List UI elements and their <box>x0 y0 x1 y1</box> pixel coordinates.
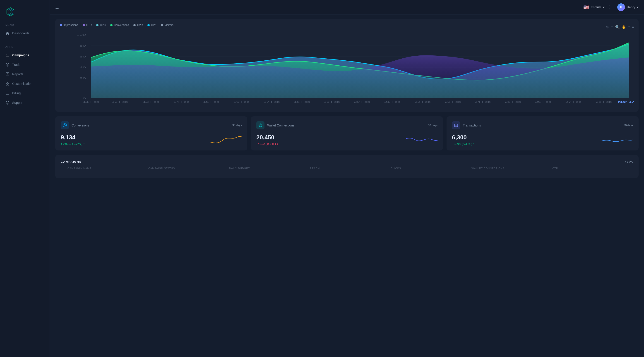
zoom-fit-button[interactable]: 🔍 <box>615 25 620 29</box>
sidebar-item-label: Trade <box>12 63 20 66</box>
menu-button[interactable]: ≡ <box>632 25 634 29</box>
legend-item-visitors[interactable]: Visitors <box>161 23 174 27</box>
stat-value: 9,134 <box>61 134 85 141</box>
th-clicks: Clicks <box>390 167 472 170</box>
svg-text:27 Feb: 27 Feb <box>566 101 582 103</box>
sidebar-item-reports[interactable]: Reports <box>0 69 50 79</box>
legend-dot-conversions <box>110 24 112 26</box>
home-view-button[interactable]: ⌂ <box>628 25 630 29</box>
stat-value-group: 9,134 + 0.0012 ( 0.2 % ) ↑ <box>61 134 85 145</box>
svg-point-13 <box>7 102 8 103</box>
hamburger-button[interactable]: ☰ <box>55 5 59 10</box>
th-ctr: CTR <box>552 167 633 170</box>
sidebar-item-billing[interactable]: Billing <box>0 88 50 98</box>
legend-label: CPA <box>151 23 156 27</box>
zoom-out-button[interactable]: ⊖ <box>610 25 614 29</box>
stat-body: 6,300 + 1.792 ( 0.1 % ) ↑ <box>452 134 633 145</box>
stat-title: Wallet Connections <box>267 123 294 127</box>
stat-value-group: 6,300 + 1.792 ( 0.1 % ) ↑ <box>452 134 474 145</box>
pan-button[interactable]: ✋ <box>622 25 626 29</box>
legend-item-cvr[interactable]: CVR <box>133 23 143 27</box>
legend-label: Impressions <box>64 23 78 27</box>
legend-item-conversions[interactable]: Conversions <box>110 23 129 27</box>
stat-value: 20,450 <box>256 134 278 141</box>
svg-text:22 Feb: 22 Feb <box>414 101 431 103</box>
billing-icon <box>6 91 10 95</box>
sidebar: MENU Dashboards APPS Campaigns ₿ Trade R… <box>0 0 50 357</box>
lang-chevron-icon: ▾ <box>603 5 604 9</box>
main-area: ☰ 🇺🇸 English ▾ ⛶ H Henry ▾ I <box>50 0 644 357</box>
main-content: Impressions CTR CPC Conversions <box>50 14 644 357</box>
legend-item-ctr[interactable]: CTR <box>83 23 92 27</box>
svg-text:21 Feb: 21 Feb <box>384 101 400 103</box>
svg-text:17 Feb: 17 Feb <box>264 101 280 103</box>
grid-icon <box>6 82 10 86</box>
legend-dot-cpa <box>148 24 150 26</box>
svg-text:₿: ₿ <box>6 64 8 66</box>
language-selector[interactable]: 🇺🇸 English ▾ <box>583 4 604 10</box>
chart-panel: Impressions CTR CPC Conversions <box>55 19 638 112</box>
th-campaign-name: Campaign Name <box>68 167 148 170</box>
topbar: ☰ 🇺🇸 English ▾ ⛶ H Henry ▾ <box>50 0 644 14</box>
up-arrow-icon: ↑ <box>473 142 474 145</box>
calendar-icon <box>6 53 10 57</box>
svg-rect-8 <box>8 82 9 83</box>
conversions-icon <box>61 121 69 129</box>
campaigns-header: CAMPAIGNS 7 days <box>61 160 633 163</box>
stat-period: 30 days <box>232 124 242 127</box>
stat-value: 6,300 <box>452 134 474 141</box>
sidebar-item-support[interactable]: Support <box>0 98 50 107</box>
apps-section-label: APPS <box>0 45 50 50</box>
svg-text:80: 80 <box>80 44 86 47</box>
svg-text:12 Feb: 12 Feb <box>112 101 128 103</box>
legend-item-cpa[interactable]: CPA <box>148 23 156 27</box>
th-daily-budget: Daily Budget <box>229 167 310 170</box>
fullscreen-button[interactable]: ⛶ <box>609 5 613 9</box>
sidebar-logo <box>0 4 50 23</box>
brand-logo-icon <box>6 7 16 17</box>
stat-value-group: 20,450 - 4.102 ( 0.1 % ) ↓ <box>256 134 278 145</box>
svg-text:Mar 17: Mar 17 <box>618 101 634 103</box>
legend-label: CPC <box>100 23 106 27</box>
svg-point-49 <box>260 125 261 126</box>
main-chart: 100 80 60 40 20 0 11 Feb 12 <box>60 30 634 107</box>
sidebar-item-label: Dashboards <box>12 31 30 35</box>
legend-item-cpc[interactable]: CPC <box>96 23 106 27</box>
stat-card-wallet: Wallet Connections 30 days 20,450 - 4.10… <box>251 116 443 150</box>
chart-legend: Impressions CTR CPC Conversions <box>60 23 174 27</box>
support-icon <box>6 101 10 105</box>
legend-dot-ctr <box>83 24 85 26</box>
stat-card-header: Wallet Connections 30 days <box>256 121 438 129</box>
sidebar-item-label: Billing <box>12 91 20 95</box>
sidebar-item-dashboards[interactable]: Dashboards <box>0 28 50 38</box>
svg-text:60: 60 <box>80 55 86 58</box>
svg-text:26 Feb: 26 Feb <box>535 101 552 103</box>
stat-title: Conversions <box>72 123 89 127</box>
zoom-in-button[interactable]: ⊕ <box>606 25 609 29</box>
user-menu-button[interactable]: H Henry ▾ <box>617 3 638 11</box>
bitcoin-icon: ₿ <box>6 63 10 67</box>
sidebar-item-label: Reports <box>12 72 23 76</box>
sidebar-item-trade[interactable]: ₿ Trade <box>0 60 50 69</box>
svg-rect-11 <box>6 92 9 94</box>
campaigns-period: 7 days <box>624 160 633 163</box>
chart-legend-row: Impressions CTR CPC Conversions <box>60 23 634 30</box>
legend-item-impressions[interactable]: Impressions <box>60 23 78 27</box>
svg-text:14 Feb: 14 Feb <box>173 101 190 103</box>
svg-marker-1 <box>8 9 13 15</box>
sidebar-item-campaigns[interactable]: Campaigns <box>0 50 50 60</box>
sidebar-divider-1 <box>6 42 44 42</box>
th-reach: Reach <box>310 167 391 170</box>
svg-text:16 Feb: 16 Feb <box>233 101 250 103</box>
sidebar-item-customization[interactable]: Customization <box>0 79 50 88</box>
legend-label: Visitors <box>164 23 174 27</box>
conversions-sparkline <box>210 134 242 145</box>
th-campaign-status: Campaign Status <box>148 167 229 170</box>
legend-label: CVR <box>137 23 143 27</box>
user-name-label: Henry <box>627 5 635 9</box>
svg-text:23 Feb: 23 Feb <box>445 101 461 103</box>
svg-text:18 Feb: 18 Feb <box>294 101 310 103</box>
wallet-icon <box>256 121 264 129</box>
sidebar-item-label: Campaigns <box>12 53 29 57</box>
menu-section-label: MENU <box>0 23 50 28</box>
